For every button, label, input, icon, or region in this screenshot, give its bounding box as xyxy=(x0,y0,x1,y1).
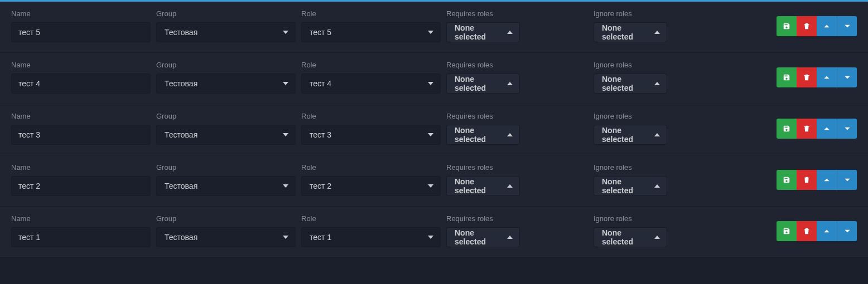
requires-roles-dropdown[interactable]: None selected xyxy=(446,125,520,145)
caret-up-icon xyxy=(507,183,513,189)
delete-button[interactable] xyxy=(797,16,817,36)
chevron-down-icon xyxy=(428,30,433,35)
row-action-group xyxy=(777,16,857,36)
ignore-roles-dropdown[interactable]: None selected xyxy=(594,22,667,42)
name-label: Name xyxy=(11,214,151,223)
chevron-up-icon xyxy=(823,22,831,30)
role-select-value: тест 4 xyxy=(310,79,331,88)
move-up-button[interactable] xyxy=(817,170,837,190)
chevron-down-icon xyxy=(843,227,851,235)
group-select[interactable]: Тестовая xyxy=(156,74,296,94)
group-label: Group xyxy=(156,112,296,120)
save-button[interactable] xyxy=(777,170,797,190)
move-down-button[interactable] xyxy=(837,67,857,87)
requires-label: Requires roles xyxy=(446,112,588,120)
move-down-button[interactable] xyxy=(837,221,857,241)
role-select[interactable]: тест 3 xyxy=(301,125,441,145)
role-select[interactable]: тест 4 xyxy=(301,74,441,94)
requires-roles-value: None selected xyxy=(455,75,503,92)
delete-button[interactable] xyxy=(797,221,817,241)
row-action-group xyxy=(777,170,857,190)
group-select[interactable]: Тестовая xyxy=(156,22,296,42)
ignore-roles-value: None selected xyxy=(602,126,650,144)
move-up-button[interactable] xyxy=(817,221,837,241)
group-select[interactable]: Тестовая xyxy=(156,227,296,247)
chevron-up-icon xyxy=(823,176,831,184)
chevron-down-icon xyxy=(283,30,288,35)
ignore-roles-dropdown[interactable]: None selected xyxy=(594,176,667,196)
name-input[interactable] xyxy=(11,74,151,94)
name-label: Name xyxy=(11,112,151,120)
row-action-group xyxy=(777,119,857,139)
ignore-label: Ignore roles xyxy=(594,61,735,69)
name-input[interactable] xyxy=(11,176,151,196)
group-select-value: Тестовая xyxy=(165,233,197,242)
ignore-roles-value: None selected xyxy=(602,75,650,92)
delete-button[interactable] xyxy=(797,67,817,87)
requires-label: Requires roles xyxy=(446,214,588,223)
role-select-value: тест 1 xyxy=(310,233,331,242)
save-icon xyxy=(783,176,790,184)
move-down-button[interactable] xyxy=(837,119,857,139)
ignore-roles-value: None selected xyxy=(602,177,650,195)
delete-button[interactable] xyxy=(797,170,817,190)
caret-up-icon xyxy=(507,81,513,86)
delete-button[interactable] xyxy=(797,119,817,139)
save-button[interactable] xyxy=(777,119,797,139)
role-select-value: тест 2 xyxy=(310,182,331,190)
row-action-group xyxy=(777,67,857,87)
group-select[interactable]: Тестовая xyxy=(156,176,296,196)
ignore-roles-dropdown[interactable]: None selected xyxy=(594,125,667,145)
move-up-button[interactable] xyxy=(817,67,837,87)
role-select[interactable]: тест 5 xyxy=(301,22,441,42)
ignore-roles-dropdown[interactable]: None selected xyxy=(594,74,667,94)
trash-icon xyxy=(803,227,811,235)
chevron-down-icon xyxy=(428,81,433,86)
ignore-roles-dropdown[interactable]: None selected xyxy=(594,227,667,247)
group-select-value: Тестовая xyxy=(165,28,197,37)
name-input[interactable] xyxy=(11,22,151,42)
caret-up-icon xyxy=(507,234,513,240)
caret-up-icon xyxy=(507,30,513,35)
trash-icon xyxy=(803,176,811,184)
save-button[interactable] xyxy=(777,16,797,36)
requires-roles-value: None selected xyxy=(455,228,503,246)
role-list-panel: Name Group Тестовая Role тест 5 Requires… xyxy=(0,0,868,258)
requires-label: Requires roles xyxy=(446,163,588,172)
requires-roles-value: None selected xyxy=(455,126,503,144)
name-input[interactable] xyxy=(11,125,151,145)
chevron-up-icon xyxy=(823,125,831,133)
role-row: Name Group Тестовая Role тест 2 Requires… xyxy=(0,155,868,207)
requires-roles-dropdown[interactable]: None selected xyxy=(446,74,520,94)
chevron-up-icon xyxy=(823,74,831,81)
role-row: Name Group Тестовая Role тест 3 Requires… xyxy=(0,104,868,155)
role-row: Name Group Тестовая Role тест 5 Requires… xyxy=(0,2,868,53)
role-row: Name Group Тестовая Role тест 4 Requires… xyxy=(0,53,868,104)
requires-roles-dropdown[interactable]: None selected xyxy=(446,22,520,42)
role-label: Role xyxy=(301,9,441,18)
move-up-button[interactable] xyxy=(817,16,837,36)
move-down-button[interactable] xyxy=(837,170,857,190)
move-down-button[interactable] xyxy=(837,16,857,36)
save-button[interactable] xyxy=(777,67,797,87)
group-select-value: Тестовая xyxy=(165,182,197,190)
save-button[interactable] xyxy=(777,221,797,241)
caret-up-icon xyxy=(507,132,513,138)
role-select-value: тест 3 xyxy=(310,130,331,139)
name-input[interactable] xyxy=(11,227,151,247)
role-select[interactable]: тест 2 xyxy=(301,176,441,196)
chevron-down-icon xyxy=(843,125,851,133)
role-select[interactable]: тест 1 xyxy=(301,227,441,247)
group-label: Group xyxy=(156,61,296,69)
group-label: Group xyxy=(156,163,296,172)
requires-roles-dropdown[interactable]: None selected xyxy=(446,227,520,247)
chevron-down-icon xyxy=(843,22,851,30)
caret-up-icon xyxy=(654,132,660,138)
move-up-button[interactable] xyxy=(817,119,837,139)
group-label: Group xyxy=(156,214,296,223)
ignore-label: Ignore roles xyxy=(594,163,735,172)
group-select[interactable]: Тестовая xyxy=(156,125,296,145)
requires-roles-dropdown[interactable]: None selected xyxy=(446,176,520,196)
name-label: Name xyxy=(11,61,151,69)
role-label: Role xyxy=(301,112,441,120)
